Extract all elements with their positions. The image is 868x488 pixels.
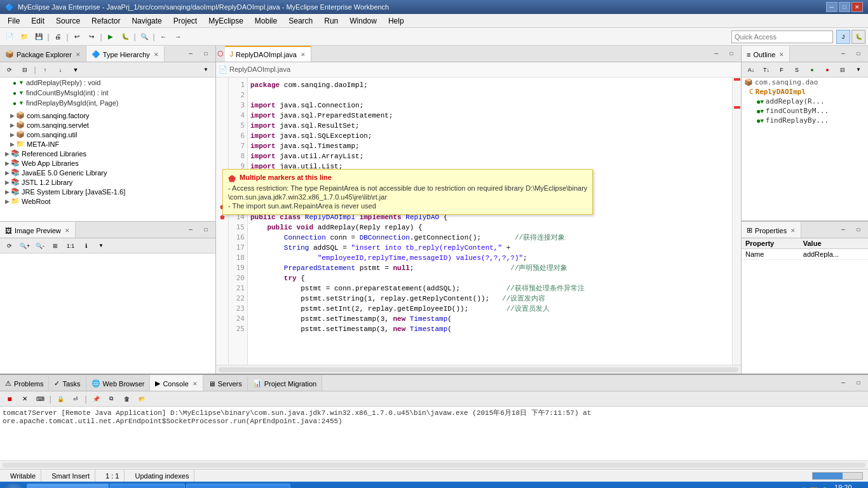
hierarchy-collapse[interactable]: ⊟	[18, 63, 32, 77]
forward-button[interactable]: →	[171, 30, 185, 44]
tree-jre-library[interactable]: ▶📚 JRE System Library [JavaSE-1.6]	[0, 187, 215, 196]
outline-sort-alpha[interactable]: A↓	[744, 63, 758, 77]
tree-sanqing-util[interactable]: ▶📦 com.sanqing.util	[0, 130, 215, 139]
outline-min[interactable]: ─	[836, 47, 850, 61]
tab-reply-dao-impl[interactable]: J ReplyDAOImpl.java ✕	[225, 46, 311, 62]
menu-run[interactable]: Run	[319, 15, 343, 27]
method-find-replay[interactable]: ● ▼ findReplayByMsgId(int, Page)	[0, 98, 215, 108]
tree-ref-libraries[interactable]: ▶📚 Referenced Libraries	[0, 149, 215, 158]
tab-console[interactable]: ▶ Console ✕	[150, 375, 203, 391]
hierarchy-btn2[interactable]: ↓	[53, 63, 67, 77]
tab-tasks[interactable]: ✓ Tasks	[49, 375, 86, 391]
outline-green-dot2[interactable]: ●	[820, 63, 834, 77]
back-button[interactable]: ←	[156, 30, 170, 44]
img-zoom-out[interactable]: 🔍-	[33, 239, 47, 253]
menu-edit[interactable]: Edit	[26, 15, 50, 27]
menu-project[interactable]: Project	[168, 15, 202, 27]
outline-method-findcount[interactable]: ●▼ findCountByM...	[742, 106, 868, 116]
tab-type-hierarchy[interactable]: 🔷 Type Hierarchy ✕	[86, 46, 165, 62]
outline-hide-static[interactable]: S	[790, 63, 804, 77]
minimize-button[interactable]: ─	[826, 2, 837, 12]
taskbar-daoru[interactable]: 🌐 导入-给了源码...	[110, 484, 186, 488]
console-pin[interactable]: 📌	[89, 392, 103, 406]
console-terminate[interactable]: ■	[3, 392, 17, 406]
menu-file[interactable]: File	[3, 15, 25, 27]
tab-image-preview[interactable]: 🖼 Image Preview ✕	[0, 222, 76, 238]
menu-window[interactable]: Window	[344, 15, 382, 27]
menu-navigate[interactable]: Navigate	[126, 15, 166, 27]
console-word-wrap[interactable]: ⏎	[69, 392, 83, 406]
console-input[interactable]: ⌨	[33, 392, 47, 406]
debug-button[interactable]: 🐛	[118, 30, 132, 44]
close-button[interactable]: ✕	[851, 2, 863, 12]
left-panel-maximize[interactable]: □	[199, 47, 213, 61]
img-more[interactable]: ▼	[94, 239, 108, 253]
run-button[interactable]: ▶	[104, 30, 118, 44]
menu-search[interactable]: Search	[283, 15, 318, 27]
menu-help[interactable]: Help	[383, 15, 409, 27]
tab-project-migration[interactable]: 📊 Project Migration	[248, 375, 323, 391]
code-container[interactable]: ⬟ ⬟ 1 2 3 4 5 6 7 8 9 10	[216, 78, 741, 365]
hierarchy-btn1[interactable]: ↑	[38, 63, 52, 77]
console-scroll-lock[interactable]: 🔒	[53, 392, 67, 406]
img-100pct[interactable]: 1:1	[64, 239, 78, 253]
img-fit[interactable]: ⊞	[48, 239, 62, 253]
console-remove[interactable]: ✕	[18, 392, 32, 406]
editor-min[interactable]: ─	[709, 47, 723, 61]
img-preview-max[interactable]: □	[199, 223, 213, 237]
bottom-scroll-track[interactable]	[3, 463, 865, 468]
img-zoom-in[interactable]: 🔍+	[18, 239, 32, 253]
new-button[interactable]: 📄	[3, 30, 17, 44]
tree-jstl-library[interactable]: ▶📚 JSTL 1.2 Library	[0, 177, 215, 187]
menu-mobile[interactable]: Mobile	[250, 15, 282, 27]
tree-webroot[interactable]: ▶📁 WebRoot	[0, 196, 215, 206]
outline-hide-fields[interactable]: F	[775, 63, 789, 77]
outline-green-dot1[interactable]: ●	[805, 63, 819, 77]
editor-scrollbar[interactable]	[732, 78, 741, 365]
tab-problems[interactable]: ⚠ Problems	[0, 375, 49, 391]
tree-javaee-library[interactable]: ▶📚 JavaEE 5.0 Generic Library	[0, 168, 215, 177]
left-toolbar-more[interactable]: ▼	[199, 63, 213, 77]
bottom-max[interactable]: □	[851, 376, 865, 390]
left-panel-minimize[interactable]: ─	[184, 47, 198, 61]
hscroll-track[interactable]	[219, 367, 738, 372]
props-min[interactable]: ─	[836, 223, 850, 237]
maximize-button[interactable]: □	[839, 2, 850, 12]
method-add-replay[interactable]: ● ▼ addReplay(Reply) : void	[0, 78, 215, 88]
console-clear[interactable]: 🗑	[119, 392, 133, 406]
outline-method-add[interactable]: ●▼ addReplay(R...	[742, 97, 868, 106]
tab-package-explorer[interactable]: 📦 Package Explorer ✕	[0, 46, 86, 62]
tab-servers[interactable]: 🖥 Servers	[203, 375, 248, 391]
undo-button[interactable]: ↩	[70, 30, 84, 44]
close-package-explorer[interactable]: ✕	[76, 51, 81, 58]
taskbar-java[interactable]: Java JAVA JAVA WEB技术...	[186, 484, 290, 488]
open-button[interactable]: 📁	[17, 30, 31, 44]
console-open-file[interactable]: 📂	[135, 392, 149, 406]
tab-properties[interactable]: ⊞ Properties ✕	[742, 222, 801, 238]
outline-max[interactable]: □	[851, 47, 865, 61]
method-find-count[interactable]: ● ▼ findCountByMsgId(int) : int	[0, 88, 215, 98]
close-editor-tab[interactable]: ✕	[301, 51, 306, 58]
outline-more[interactable]: ▼	[851, 63, 865, 77]
tree-webapp-libraries[interactable]: ▶📚 Web App Libraries	[0, 158, 215, 168]
tree-sanqing-servlet[interactable]: ▶📦 com.sanqing.servlet	[0, 120, 215, 130]
code-editor[interactable]: package com.sanqing.daoImpl; import java…	[248, 78, 732, 365]
outline-class-node[interactable]: C ReplyDAOImpl	[742, 87, 868, 97]
print-button[interactable]: 🖨	[51, 30, 65, 44]
tab-web-browser[interactable]: 🌐 Web Browser	[86, 375, 151, 391]
bottom-hscrollbar[interactable]	[0, 460, 868, 469]
bottom-min[interactable]: ─	[836, 376, 850, 390]
img-sync[interactable]: ⟳	[3, 239, 17, 253]
start-button[interactable]: ⊞	[3, 484, 25, 488]
close-properties[interactable]: ✕	[790, 227, 796, 234]
save-button[interactable]: 💾	[32, 30, 46, 44]
tab-outline[interactable]: ≡ Outline ✕	[742, 46, 790, 62]
tree-meta-inf[interactable]: ▶📁 META-INF	[0, 139, 215, 149]
hierarchy-sync[interactable]: ⟳	[3, 63, 17, 77]
java-perspective-button[interactable]: J	[836, 30, 850, 44]
redo-button[interactable]: ↪	[85, 30, 98, 44]
console-copy[interactable]: ⧉	[104, 392, 118, 406]
close-console[interactable]: ✕	[193, 381, 198, 387]
close-image-preview[interactable]: ✕	[65, 227, 70, 234]
outline-method-findreplay[interactable]: ●▼ findReplayBy...	[742, 116, 868, 125]
